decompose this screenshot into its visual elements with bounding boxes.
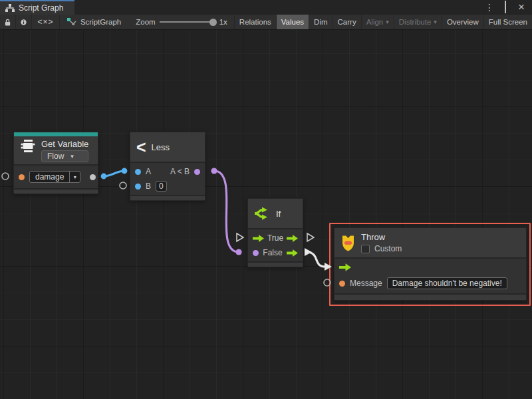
carry-button[interactable]: Carry xyxy=(333,15,362,29)
variable-icon xyxy=(20,139,36,153)
less-row-a: A A < B xyxy=(130,164,205,179)
tab-bar: Script Graph ⋮ × xyxy=(0,0,532,15)
graph-chip[interactable]: ScriptGraph xyxy=(66,17,121,27)
script-graph-window: Script Graph ⋮ × <×> xyxy=(0,0,532,399)
if-flow-input-port[interactable] xyxy=(253,235,264,242)
if-true-output-port[interactable] xyxy=(287,235,298,242)
wire-damage-start-dot xyxy=(101,174,107,180)
dim-button[interactable]: Dim xyxy=(309,15,332,29)
if-title: If xyxy=(276,209,281,219)
throw-message-port[interactable] xyxy=(339,281,345,287)
fullscreen-button[interactable]: Full Screen xyxy=(484,15,532,29)
graph-name-label: ScriptGraph xyxy=(80,18,121,26)
variable-name-port[interactable] xyxy=(19,174,25,180)
throw-shield-icon xyxy=(340,234,356,252)
unconnected-flow-if-true[interactable] xyxy=(307,233,314,241)
node-if[interactable]: If True False xyxy=(247,198,303,267)
zoom-slider-knob[interactable] xyxy=(209,19,217,26)
less-result-port[interactable] xyxy=(194,169,200,175)
if-condition-port[interactable] xyxy=(253,250,259,256)
values-button[interactable]: Values xyxy=(277,15,309,29)
throw-message-label: Message xyxy=(350,279,382,288)
maximize-icon[interactable] xyxy=(500,3,511,12)
throw-message-row: Message Damage shouldn't be negative! xyxy=(334,275,526,292)
maximize-glyph xyxy=(505,1,506,13)
distribute-label: Distribute xyxy=(399,18,432,26)
less-footer xyxy=(130,195,205,200)
less-input-a-label: A xyxy=(146,167,151,176)
align-dropdown[interactable]: Align ▾ xyxy=(362,15,394,29)
less-input-b-port[interactable] xyxy=(135,184,141,190)
relations-button[interactable]: Relations xyxy=(235,15,277,29)
get-variable-title: Get Variable xyxy=(41,139,88,149)
wire-false-start-arrow xyxy=(305,248,312,256)
tab-title: Script Graph xyxy=(19,3,63,13)
unconnected-port-less-b[interactable] xyxy=(120,182,126,189)
wire-less-end-dot xyxy=(235,249,241,255)
throw-footer xyxy=(334,293,526,300)
lock-icon xyxy=(5,18,11,27)
zoom-value: 1x xyxy=(219,18,227,26)
script-graph-icon xyxy=(66,17,76,27)
branch-icon xyxy=(254,206,271,221)
align-label: Align xyxy=(366,18,384,26)
lock-button[interactable] xyxy=(0,15,16,29)
variable-name-dropdown[interactable]: damage ▾ xyxy=(29,171,80,183)
throw-message-field[interactable]: Damage shouldn't be negative! xyxy=(387,277,507,289)
custom-label: Custom xyxy=(374,244,402,253)
zoom-label: Zoom xyxy=(136,18,155,26)
wire-less-to-if[interactable] xyxy=(214,171,239,252)
throw-title: Throw xyxy=(361,232,402,242)
wire-damage-to-a[interactable] xyxy=(104,171,124,176)
unconnected-flow-if-input[interactable] xyxy=(237,233,243,241)
window-menu-icon[interactable]: ⋮ xyxy=(484,3,495,12)
less-input-b-label: B xyxy=(146,182,151,191)
less-title: Less xyxy=(152,142,170,152)
if-row-false: False xyxy=(248,245,303,260)
less-row-b: B 0 xyxy=(130,179,205,194)
node-throw[interactable]: Throw Custom Message Damage shouldn't xyxy=(334,227,527,301)
wire-damage-end-dot xyxy=(122,168,128,174)
zoom-slider[interactable] xyxy=(160,21,215,23)
toolbar-middle: ScriptGraph Zoom 1x xyxy=(60,15,235,29)
if-footer xyxy=(248,261,303,267)
code-view-button[interactable]: <×> xyxy=(32,15,60,29)
wire-false-to-throw[interactable] xyxy=(306,252,325,267)
if-false-output-port[interactable] xyxy=(287,249,298,257)
less-operator-icon: < xyxy=(136,139,146,156)
overview-button[interactable]: Overview xyxy=(442,15,484,29)
if-row-true: True xyxy=(248,231,303,245)
tab-script-graph[interactable]: Script Graph xyxy=(0,0,74,15)
throw-flow-row xyxy=(334,260,526,275)
info-button[interactable] xyxy=(16,15,32,29)
get-variable-footer xyxy=(14,188,98,194)
align-caret-icon: ▾ xyxy=(386,19,389,25)
throw-flow-input-port[interactable] xyxy=(339,263,351,271)
info-icon xyxy=(21,18,27,27)
less-result-label: A < B xyxy=(170,167,190,176)
if-true-label: True xyxy=(267,233,283,243)
distribute-dropdown[interactable]: Distribute ▾ xyxy=(394,15,442,29)
graph-canvas[interactable]: Get Variable Flow ▾ damage ▾ xyxy=(0,30,532,399)
close-icon[interactable]: × xyxy=(516,3,527,12)
less-b-value-field[interactable]: 0 xyxy=(156,181,167,192)
custom-checkbox[interactable] xyxy=(361,245,370,253)
variable-kind-label: Flow xyxy=(47,152,64,161)
variable-name-value: damage xyxy=(30,172,69,182)
variable-kind-dropdown[interactable]: Flow ▾ xyxy=(41,150,88,162)
distribute-caret-icon: ▾ xyxy=(434,19,437,25)
variable-value-output-port[interactable] xyxy=(90,174,96,180)
get-variable-port-row: damage ▾ xyxy=(14,167,98,187)
graph-hierarchy-icon xyxy=(5,4,15,13)
wire-less-start-dot xyxy=(211,168,217,174)
node-less[interactable]: < Less A A < B B 0 xyxy=(130,132,205,201)
unconnected-port-get-variable[interactable] xyxy=(2,173,9,180)
node-get-variable[interactable]: Get Variable Flow ▾ damage ▾ xyxy=(13,132,98,194)
variable-name-caret-icon: ▾ xyxy=(69,172,80,182)
variable-kind-caret-icon: ▾ xyxy=(70,153,74,160)
graph-toolbar: <×> ScriptGraph Zoom 1x Relations Values… xyxy=(0,15,532,30)
less-input-a-port[interactable] xyxy=(135,169,141,175)
if-false-label: False xyxy=(263,248,282,257)
